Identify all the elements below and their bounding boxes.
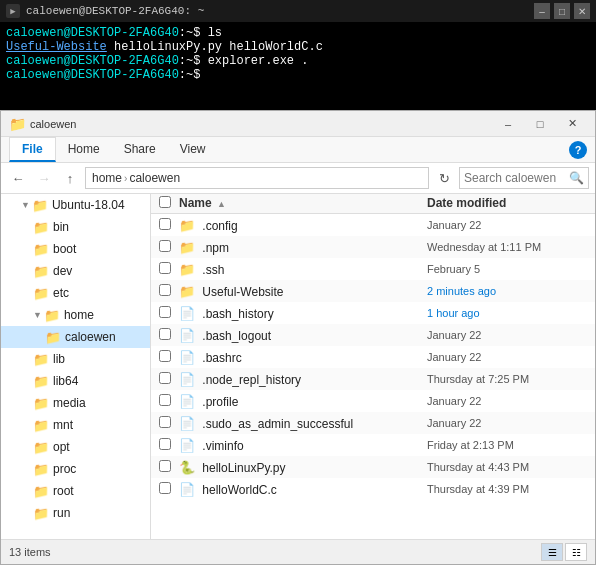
search-box[interactable]: 🔍: [459, 167, 589, 189]
row-check[interactable]: [159, 350, 179, 365]
back-button[interactable]: ←: [7, 167, 29, 189]
sidebar-item-lib[interactable]: 📁 lib: [1, 348, 150, 370]
table-row[interactable]: 📁 .config January 22: [151, 214, 595, 236]
forward-button[interactable]: →: [33, 167, 55, 189]
up-button[interactable]: ↑: [59, 167, 81, 189]
file-name-label: .npm: [202, 241, 229, 255]
root-folder-icon: 📁: [33, 484, 49, 499]
select-all-checkbox[interactable]: [159, 196, 171, 208]
status-count: 13 items: [9, 546, 51, 558]
refresh-button[interactable]: ↻: [433, 167, 455, 189]
mnt-folder-icon: 📁: [33, 418, 49, 433]
explorer-minimize-btn[interactable]: –: [493, 115, 523, 133]
table-row[interactable]: 📁 .ssh February 5: [151, 258, 595, 280]
help-button[interactable]: ?: [569, 141, 587, 159]
row-checkbox[interactable]: [159, 240, 171, 252]
row-checkbox[interactable]: [159, 350, 171, 362]
sidebar: ▼ 📁 Ubuntu-18.04 📁 bin 📁 boot 📁 dev 📁 et…: [1, 194, 151, 539]
sidebar-item-etc[interactable]: 📁 etc: [1, 282, 150, 304]
row-check[interactable]: [159, 482, 179, 497]
header-check[interactable]: [159, 196, 179, 211]
sidebar-item-root[interactable]: 📁 root: [1, 480, 150, 502]
table-row[interactable]: 📄 .bashrc January 22: [151, 346, 595, 368]
sidebar-item-home[interactable]: ▼ 📁 home: [1, 304, 150, 326]
doc-file-icon: 📄: [179, 328, 195, 343]
expand-icon: ▼: [21, 200, 30, 210]
row-checkbox[interactable]: [159, 372, 171, 384]
row-check[interactable]: [159, 394, 179, 409]
address-path[interactable]: home › caloewen: [85, 167, 429, 189]
header-date[interactable]: Date modified: [427, 196, 587, 211]
explorer-window: 📁 caloewen – □ ✕ File Home Share View ? …: [0, 110, 596, 565]
row-checkbox[interactable]: [159, 218, 171, 230]
row-check[interactable]: [159, 240, 179, 255]
terminal-line-4: caloewen@DESKTOP-2FA6G40:~$: [6, 68, 590, 82]
tiles-view-btn[interactable]: ☷: [565, 543, 587, 561]
row-checkbox[interactable]: [159, 394, 171, 406]
row-check[interactable]: [159, 372, 179, 387]
row-checkbox[interactable]: [159, 284, 171, 296]
sidebar-item-bin[interactable]: 📁 bin: [1, 216, 150, 238]
row-check[interactable]: [159, 306, 179, 321]
file-date-cell: Thursday at 7:25 PM: [427, 373, 587, 385]
row-check[interactable]: [159, 416, 179, 431]
dev-folder-icon: 📁: [33, 264, 49, 279]
row-checkbox[interactable]: [159, 306, 171, 318]
sidebar-item-boot[interactable]: 📁 boot: [1, 238, 150, 260]
file-name-label: .ssh: [202, 263, 224, 277]
row-checkbox[interactable]: [159, 438, 171, 450]
row-checkbox[interactable]: [159, 328, 171, 340]
row-check[interactable]: [159, 438, 179, 453]
file-name-label: .viminfo: [202, 439, 243, 453]
table-row[interactable]: 🐍 helloLinuxPy.py Thursday at 4:43 PM: [151, 456, 595, 478]
sidebar-item-caloewen[interactable]: 📁 caloewen: [1, 326, 150, 348]
row-checkbox[interactable]: [159, 262, 171, 274]
row-check[interactable]: [159, 284, 179, 299]
tab-view[interactable]: View: [168, 138, 218, 162]
sidebar-item-ubuntu[interactable]: ▼ 📁 Ubuntu-18.04: [1, 194, 150, 216]
sidebar-item-lib64[interactable]: 📁 lib64: [1, 370, 150, 392]
row-checkbox[interactable]: [159, 482, 171, 494]
tab-home[interactable]: Home: [56, 138, 112, 162]
sidebar-item-opt[interactable]: 📁 opt: [1, 436, 150, 458]
table-row[interactable]: 📄 .bash_history 1 hour ago: [151, 302, 595, 324]
table-row[interactable]: 📁 Useful-Website 2 minutes ago: [151, 280, 595, 302]
run-folder-icon: 📁: [33, 506, 49, 521]
tab-file[interactable]: File: [9, 137, 56, 162]
sidebar-item-media[interactable]: 📁 media: [1, 392, 150, 414]
table-row[interactable]: 📄 helloWorldC.c Thursday at 4:39 PM: [151, 478, 595, 500]
row-check[interactable]: [159, 328, 179, 343]
table-row[interactable]: 📁 .npm Wednesday at 1:11 PM: [151, 236, 595, 258]
row-checkbox[interactable]: [159, 416, 171, 428]
file-name-label: .config: [202, 219, 237, 233]
explorer-close-btn[interactable]: ✕: [557, 115, 587, 133]
row-check[interactable]: [159, 460, 179, 475]
terminal-maximize[interactable]: □: [554, 3, 570, 19]
doc-file-icon: 📄: [179, 350, 195, 365]
explorer-maximize-btn[interactable]: □: [525, 115, 555, 133]
file-date-cell: January 22: [427, 395, 587, 407]
sidebar-item-mnt[interactable]: 📁 mnt: [1, 414, 150, 436]
sidebar-item-dev[interactable]: 📁 dev: [1, 260, 150, 282]
address-bar: ← → ↑ home › caloewen ↻ 🔍: [1, 163, 595, 194]
table-row[interactable]: 📄 .bash_logout January 22: [151, 324, 595, 346]
table-row[interactable]: 📄 .sudo_as_admin_successful January 22: [151, 412, 595, 434]
terminal-close[interactable]: ✕: [574, 3, 590, 19]
file-name-label: .node_repl_history: [202, 373, 301, 387]
table-row[interactable]: 📄 .profile January 22: [151, 390, 595, 412]
header-name[interactable]: Name ▲: [179, 196, 427, 211]
table-row[interactable]: 📄 .viminfo Friday at 2:13 PM: [151, 434, 595, 456]
sidebar-item-proc[interactable]: 📁 proc: [1, 458, 150, 480]
table-row[interactable]: 📄 .node_repl_history Thursday at 7:25 PM: [151, 368, 595, 390]
terminal-minimize[interactable]: –: [534, 3, 550, 19]
tab-share[interactable]: Share: [112, 138, 168, 162]
row-check[interactable]: [159, 218, 179, 233]
details-view-btn[interactable]: ☰: [541, 543, 563, 561]
sidebar-item-run[interactable]: 📁 run: [1, 502, 150, 524]
search-input[interactable]: [464, 171, 569, 185]
search-icon: 🔍: [569, 171, 584, 185]
row-check[interactable]: [159, 262, 179, 277]
file-name-cell: 📄 .bash_history: [179, 306, 427, 321]
row-checkbox[interactable]: [159, 460, 171, 472]
file-date-cell: 2 minutes ago: [427, 285, 587, 297]
